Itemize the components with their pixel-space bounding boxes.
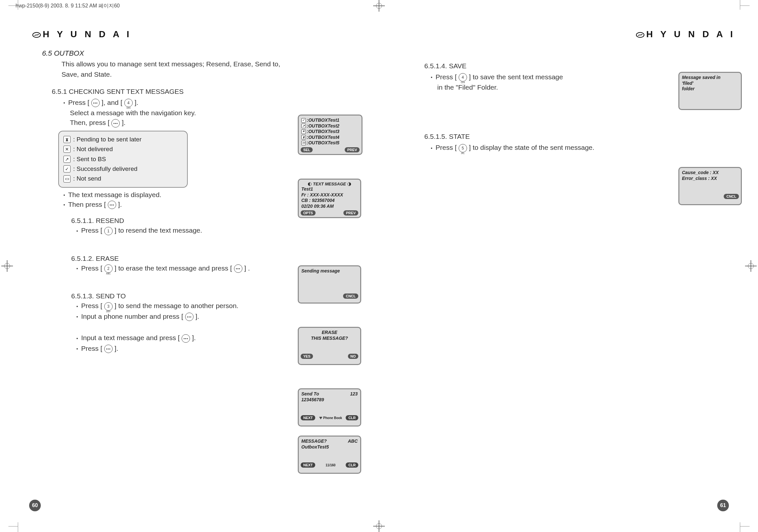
screen-message-compose: MESSAGE?ABC OutboxTest5 NEXT 11/160 CLR [298, 436, 361, 474]
pending-icon: ⧗ [63, 136, 71, 143]
key-2-icon: 2ABC [104, 264, 113, 273]
pending-icon: ⧗ [301, 135, 306, 140]
key-4-icon: 4GHI [459, 73, 467, 82]
page-number-60: 60 [29, 500, 41, 511]
softkey-sel[interactable]: SEL [301, 147, 313, 152]
menu-key-icon [234, 264, 242, 273]
softkey-next[interactable]: NEXT [301, 462, 315, 468]
menu-key-icon [91, 99, 100, 107]
page-number-61: 61 [717, 500, 729, 511]
key-5-icon: 5JKL [459, 144, 467, 152]
char-counter: 11/160 [326, 463, 336, 467]
step-state: • Press [ 5JKL ] to display the state of… [431, 144, 735, 152]
page-right: H Y U N D A I 6.5.1.4. SAVE • Press [ 4G… [379, 0, 758, 532]
softkey-clr[interactable]: CLR [346, 415, 358, 420]
screen-outbox-list: ✓:OUTBOXTest1 ↗:OUTBOXTest2 ✕:OUTBOXTest… [298, 115, 362, 155]
delivered-icon: ✓ [301, 118, 306, 123]
key-3-icon: 3DEF [104, 302, 113, 311]
screen-sending: Sending message CNCL [298, 265, 361, 304]
screen-text-message-detail: TEXT MESSAGE Test1 Fr : XXX-XXX-XXXX CB … [298, 179, 361, 218]
softkey-cncl[interactable]: CNCL [343, 293, 358, 299]
phone-book-label: Phone Book [319, 416, 342, 420]
not-send-icon: ▭ [301, 141, 306, 145]
not-delivered-icon: ✕ [63, 146, 71, 153]
key-4-icon: 4GHI [124, 99, 133, 107]
softkey-no[interactable]: NO [348, 354, 359, 359]
moon-left-icon [308, 182, 312, 186]
key-1-icon: 1 [104, 227, 113, 235]
softkey-next[interactable]: NEXT [301, 415, 315, 420]
softkey-clr[interactable]: CLR [346, 462, 358, 468]
screen-state-codes: Cause_code : XX Error_class : XX CNCL [678, 167, 742, 205]
softkey-prev[interactable]: PREV [343, 210, 358, 216]
softkey-prev[interactable]: PREV [345, 147, 360, 152]
section-6-5-title: 6.5 OUTBOX [42, 49, 356, 58]
screen-saved-filed: Message saved in 'filed' folder [678, 72, 742, 110]
not-send-icon: ▭ [63, 175, 71, 183]
down-arrow-icon [319, 417, 322, 419]
heading-6-5-1-5: 6.5.1.5. STATE [424, 133, 735, 141]
brand-icon [32, 31, 41, 39]
section-6-5-desc: This allows you to manage sent text mess… [61, 59, 294, 79]
brand-icon [636, 31, 644, 39]
moon-right-icon [347, 182, 351, 186]
not-delivered-icon: ✕ [301, 129, 306, 134]
sent-bs-icon: ↗ [301, 124, 306, 128]
softkey-opts[interactable]: OPTS [301, 210, 316, 216]
heading-6-5-1: 6.5.1 CHECKING SENT TEXT MESSAGES [52, 88, 356, 95]
heading-6-5-1-4: 6.5.1.4. SAVE [424, 62, 735, 70]
menu-key-icon [108, 201, 116, 209]
delivered-icon: ✓ [63, 165, 71, 173]
softkey-yes[interactable]: YES [301, 354, 313, 359]
heading-6-5-1-2: 6.5.1.2. ERASE [71, 255, 356, 262]
menu-key-icon [182, 334, 190, 343]
brand-logo-left: H Y U N D A I [32, 29, 356, 40]
softkey-cncl[interactable]: CNCL [724, 194, 739, 199]
page-left: H Y U N D A I 6.5 OUTBOX This allows you… [0, 0, 379, 532]
step-press-menu-4: • Press [ ], and [ 4GHI ]. [63, 99, 356, 107]
brand-logo-right: H Y U N D A I [411, 29, 735, 40]
screen-erase-confirm: ERASE THIS MESSAGE? YES NO [298, 327, 361, 365]
sent-bs-icon: ↗ [63, 156, 71, 163]
step-resend: • Press [ 1 ] to resend the text message… [76, 226, 356, 235]
menu-key-icon [111, 119, 120, 127]
menu-key-icon [185, 313, 193, 321]
menu-key-icon [104, 345, 113, 353]
screen-send-to: Send To123 123456789 NEXT Phone Book CLR [298, 388, 361, 426]
step-send-to-2: • Input a phone number and press [ ]. [76, 313, 356, 321]
status-legend-box: ⧗: Pending to be sent later ✕: Not deliv… [58, 131, 188, 188]
